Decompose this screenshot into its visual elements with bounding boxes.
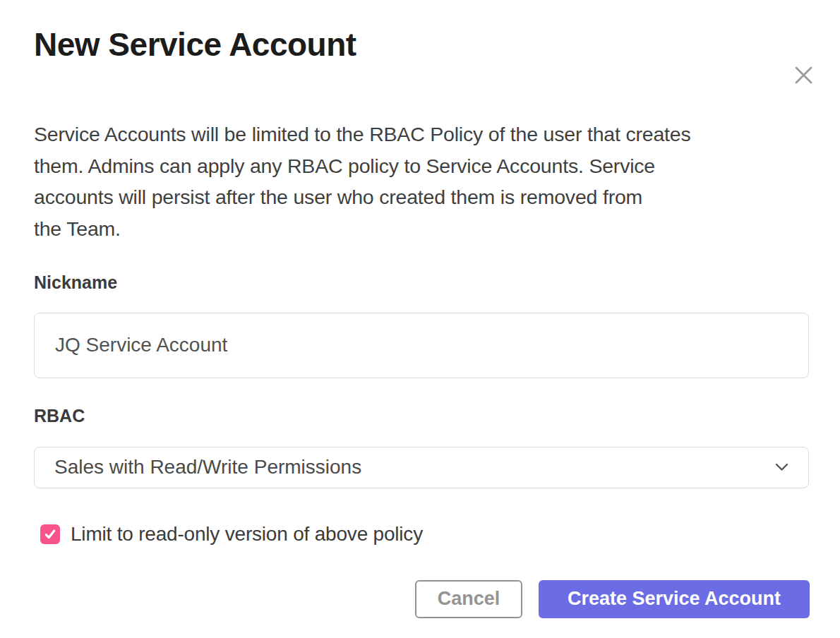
- close-icon: [794, 66, 813, 85]
- rbac-label: RBAC: [34, 405, 810, 426]
- chevron-down-icon: [775, 463, 788, 471]
- description-line: the Team.: [34, 213, 810, 245]
- cancel-button[interactable]: Cancel: [415, 580, 522, 618]
- modal-description: Service Accounts will be limited to the …: [34, 119, 810, 245]
- description-line: Service Accounts will be limited to the …: [34, 119, 810, 150]
- modal-footer: Cancel Create Service Account: [34, 580, 810, 618]
- rbac-select[interactable]: Sales with Read/Write Permissions: [34, 447, 809, 488]
- description-line: them. Admins can apply any RBAC policy t…: [34, 150, 810, 182]
- read-only-checkbox[interactable]: [40, 524, 60, 544]
- rbac-selected-value: Sales with Read/Write Permissions: [54, 456, 361, 479]
- nickname-label: Nickname: [34, 272, 810, 293]
- read-only-checkbox-row: Limit to read-only version of above poli…: [40, 523, 810, 546]
- description-line: accounts will persist after the user who…: [34, 181, 810, 213]
- modal-title: New Service Account: [34, 28, 810, 61]
- create-service-account-button[interactable]: Create Service Account: [539, 580, 810, 618]
- new-service-account-modal: New Service Account Service Accounts wil…: [0, 28, 840, 638]
- close-button[interactable]: [792, 64, 815, 86]
- read-only-checkbox-label[interactable]: Limit to read-only version of above poli…: [71, 523, 423, 546]
- checkmark-icon: [43, 527, 57, 541]
- nickname-input[interactable]: [34, 313, 809, 378]
